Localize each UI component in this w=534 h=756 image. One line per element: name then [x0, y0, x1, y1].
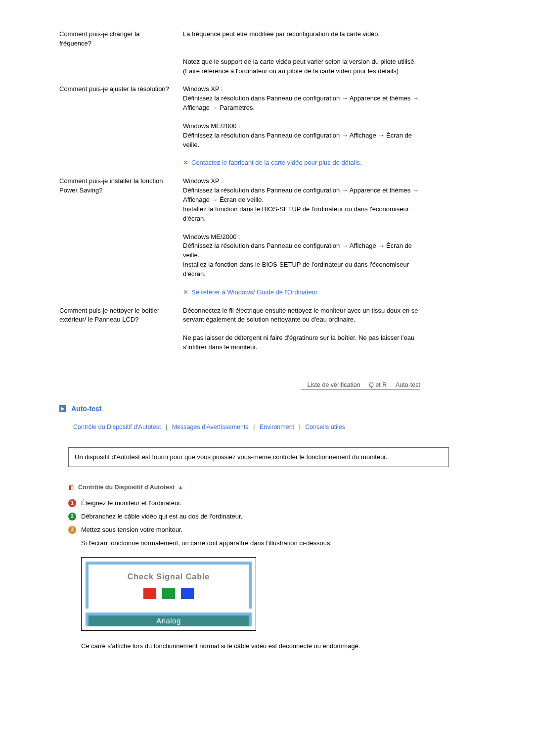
section-title: Auto-test: [71, 405, 101, 413]
link-tips[interactable]: Conseils utiles: [305, 424, 345, 430]
illustration-caption: Ce carré s'affiche lors du fonctionnemen…: [81, 642, 475, 651]
step-number-3-icon: 3: [68, 526, 76, 534]
note: ✕Se référer à Windows/ Guide de l'Ordina…: [183, 288, 475, 306]
qa-table: Comment puis-je changer la fréquence? La…: [59, 30, 475, 361]
tabs: Liste de vérification Q et R Auto-test: [59, 381, 475, 390]
link-autotest[interactable]: Contrôle du Dispositif d'Autotest: [73, 424, 161, 430]
note-icon: ✕: [183, 288, 188, 296]
illustration-title: Check Signal Cable: [89, 565, 249, 584]
answer: La fréquence peut etre modifiée par reco…: [183, 30, 475, 57]
answer: Ne pas laisser de détergent ni faire d'é…: [183, 333, 475, 361]
step-extra-text: Si l'écran fonctionne normalement, un ca…: [81, 539, 445, 548]
answer: Déconnectez le fil électrique ensuite ne…: [183, 306, 475, 334]
blue-square-icon: [181, 588, 194, 599]
info-box: Un dispositif d'Autotest est fourni pour…: [68, 447, 449, 467]
red-square-icon: [143, 588, 156, 599]
question: Comment puis-je ajuster la résolution?: [59, 85, 183, 122]
up-arrow-icon[interactable]: ▲: [178, 484, 183, 491]
note-icon: ✕: [183, 159, 188, 166]
step-number-2-icon: 2: [68, 513, 76, 520]
tab-verification[interactable]: Liste de vérification: [308, 381, 360, 388]
answer: Windows XP : Définissez la résolution da…: [183, 177, 475, 232]
tab-auto-test[interactable]: Auto-test: [396, 381, 420, 388]
question: Comment puis-je changer la fréquence?: [59, 30, 183, 57]
step-text: Mettez sous tension votre moniteur.: [81, 525, 445, 535]
note: ✕Contactez le fabricant de la carte vidé…: [183, 158, 475, 177]
arrow-icon: ▶: [59, 405, 66, 412]
bullet-icon: ◧: [68, 484, 74, 490]
green-square-icon: [162, 588, 175, 599]
answer: Windows ME/2000 : Définissez la résoluti…: [183, 122, 475, 159]
answer: Windows XP : Définissez la résolution da…: [183, 85, 475, 122]
sub-heading: ◧ Contrôle du Dispositif d'Autotest ▲: [68, 484, 475, 491]
question: Comment puis-je installer la fonction Po…: [59, 177, 183, 232]
section-heading: ▶ Auto-test: [59, 405, 475, 413]
illustration-bar: Analog: [86, 613, 252, 626]
tab-q-and-r[interactable]: Q et R: [369, 381, 387, 388]
step-number-1-icon: 1: [68, 499, 76, 507]
sub-heading-text: Contrôle du Dispositif d'Autotest: [78, 484, 175, 491]
link-warnings[interactable]: Messages d'Avertissements: [172, 424, 249, 430]
answer: Windows ME/2000 : Définissez la résoluti…: [183, 233, 475, 288]
step-text: Débranchez le câble vidéo qui est au dos…: [81, 512, 475, 521]
step-text: Éteignez le moniteur et l'ordinateur.: [81, 499, 475, 508]
question: Comment puis-je nettoyer le boîtier exté…: [59, 306, 183, 334]
illustration: Check Signal Cable Analog: [81, 557, 256, 631]
sublinks: Contrôle du Dispositif d'Autotest | Mess…: [73, 424, 475, 430]
steps-list: 1 Éteignez le moniteur et l'ordinateur. …: [68, 499, 475, 548]
answer: Notez que le support de la carte vidéo p…: [183, 57, 475, 85]
link-environment[interactable]: Environment: [260, 424, 294, 430]
